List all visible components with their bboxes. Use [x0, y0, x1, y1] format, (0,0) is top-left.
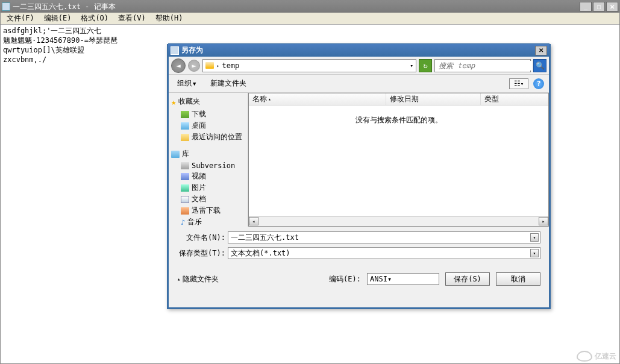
music-icon: ♪	[181, 218, 185, 227]
watermark-icon	[577, 351, 592, 362]
tree-item-desktop[interactable]: 桌面	[171, 120, 245, 131]
breadcrumb[interactable]: ▸ temp ▾	[202, 59, 416, 72]
tree-item-downloads[interactable]: 下载	[171, 108, 245, 120]
filename-input[interactable]: 一二三四五六七.txt ▾	[228, 231, 540, 243]
column-type[interactable]: 类型	[481, 93, 548, 105]
tree-item-recent[interactable]: 最近访问的位置	[171, 131, 245, 143]
notepad-title: 一二三四五六七.txt - 记事本	[13, 2, 580, 12]
scroll-right-button[interactable]: ▸	[539, 217, 548, 225]
tree-item-pictures[interactable]: 图片	[171, 182, 245, 193]
tree-pane: ★收藏夹 下载 桌面 最近访问的位置 库 Subversion 视频 图片 文档…	[169, 93, 248, 227]
hide-folders-toggle[interactable]: ▴ 隐藏文件夹	[177, 274, 219, 284]
save-as-dialog: 另存为 ✕ ◄ ► ▸ temp ▾ ↻ 🔍 组织 ▼ 新建文件夹 ☷ ▾ ? …	[167, 44, 551, 309]
dialog-close-button[interactable]: ✕	[535, 46, 547, 55]
dropdown-icon[interactable]: ▾	[387, 275, 392, 283]
body-panes: ★收藏夹 下载 桌面 最近访问的位置 库 Subversion 视频 图片 文档…	[169, 93, 549, 227]
folder-icon	[205, 62, 214, 69]
file-list-pane: 名称 ▴ 修改日期 类型 没有与搜索条件匹配的项。 ◂ ▸	[248, 93, 549, 227]
search-input[interactable]	[437, 61, 532, 71]
breadcrumb-folder[interactable]: temp	[222, 61, 239, 70]
desktop-icon	[181, 122, 189, 130]
new-folder-button[interactable]: 新建文件夹	[207, 77, 250, 90]
tree-item-videos[interactable]: 视频	[171, 171, 245, 182]
subversion-icon	[181, 162, 189, 169]
dropdown-icon[interactable]: ▾	[530, 233, 539, 242]
menu-format[interactable]: 格式(O)	[77, 12, 112, 25]
document-icon	[181, 196, 189, 203]
encoding-label: 编码(E):	[329, 274, 361, 284]
breadcrumb-dropdown-icon[interactable]: ▾	[410, 63, 413, 69]
cancel-button[interactable]: 取消	[496, 272, 540, 286]
search-button[interactable]: 🔍	[533, 59, 546, 72]
dropdown-icon[interactable]: ▾	[530, 249, 539, 257]
column-date[interactable]: 修改日期	[386, 93, 480, 105]
star-icon: ★	[171, 97, 176, 107]
recent-icon	[181, 134, 189, 141]
nav-row: ◄ ► ▸ temp ▾ ↻ 🔍	[169, 57, 549, 75]
bottom-form: 文件名(N): 一二三四五六七.txt ▾ 保存类型(T): 文本文档(*.tx…	[169, 227, 549, 265]
filetype-label: 保存类型(T):	[177, 248, 228, 259]
help-button[interactable]: ?	[533, 78, 544, 89]
filetype-select[interactable]: 文本文档(*.txt) ▾	[228, 247, 540, 259]
search-box	[434, 59, 531, 72]
sort-asc-icon: ▴	[268, 96, 271, 102]
refresh-button[interactable]: ↻	[419, 59, 432, 72]
tree-item-xunlei[interactable]: 迅雷下载	[171, 205, 245, 216]
menu-file[interactable]: 文件(F)	[3, 12, 38, 25]
encoding-select[interactable]: ANSI ▾	[367, 273, 439, 285]
list-header: 名称 ▴ 修改日期 类型	[249, 93, 548, 105]
organize-button[interactable]: 组织 ▼	[174, 77, 199, 90]
horizontal-scrollbar[interactable]: ◂ ▸	[249, 216, 548, 226]
dialog-titlebar[interactable]: 另存为 ✕	[168, 43, 550, 57]
filename-label: 文件名(N):	[177, 233, 228, 243]
picture-icon	[181, 184, 189, 192]
list-body: 没有与搜索条件匹配的项。	[249, 105, 548, 216]
tree-libraries-header[interactable]: 库	[171, 149, 245, 159]
tree-item-music[interactable]: ♪音乐	[171, 216, 245, 227]
menu-help[interactable]: 帮助(H)	[152, 12, 187, 25]
scroll-track[interactable]	[258, 217, 539, 226]
empty-message: 没有与搜索条件匹配的项。	[355, 115, 442, 125]
tree-favorites-header[interactable]: ★收藏夹	[171, 96, 245, 107]
close-button[interactable]: ✕	[606, 2, 618, 11]
chevron-right-icon: ▸	[216, 63, 219, 69]
menubar: 文件(F) 编辑(E) 格式(O) 查看(V) 帮助(H)	[1, 13, 619, 25]
dialog-title: 另存为	[181, 45, 535, 55]
save-button[interactable]: 保存(S)	[445, 272, 490, 286]
notepad-titlebar[interactable]: 一二三四五六七.txt - 记事本 _ □ ✕	[1, 1, 619, 13]
libraries-icon	[171, 151, 180, 158]
tree-item-subversion[interactable]: Subversion	[171, 161, 245, 171]
menu-edit[interactable]: 编辑(E)	[40, 12, 75, 25]
download-icon	[181, 111, 189, 118]
chevron-up-icon: ▴	[177, 276, 180, 282]
chevron-down-icon: ▼	[193, 81, 196, 87]
xunlei-icon	[181, 207, 189, 215]
notepad-icon	[2, 2, 10, 11]
nav-forward-button[interactable]: ►	[188, 60, 200, 72]
tree-item-documents[interactable]: 文档	[171, 193, 245, 205]
menu-view[interactable]: 查看(V)	[114, 12, 149, 25]
nav-back-button[interactable]: ◄	[171, 58, 186, 73]
maximize-button[interactable]: □	[593, 2, 605, 11]
watermark: 亿速云	[577, 351, 616, 362]
dialog-icon	[171, 46, 179, 55]
video-icon	[181, 173, 189, 180]
column-name[interactable]: 名称 ▴	[249, 93, 386, 105]
toolbar: 组织 ▼ 新建文件夹 ☷ ▾ ?	[169, 75, 549, 93]
minimize-button[interactable]: _	[580, 2, 592, 11]
scroll-left-button[interactable]: ◂	[249, 217, 258, 225]
view-mode-button[interactable]: ☷ ▾	[509, 78, 528, 89]
action-row: ▴ 隐藏文件夹 编码(E): ANSI ▾ 保存(S) 取消	[169, 265, 549, 292]
